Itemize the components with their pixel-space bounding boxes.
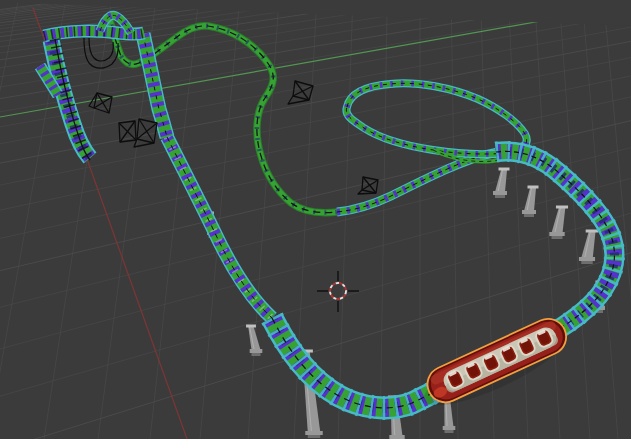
viewport-canvas[interactable] [0, 0, 631, 439]
viewport-3d[interactable] [0, 0, 631, 439]
